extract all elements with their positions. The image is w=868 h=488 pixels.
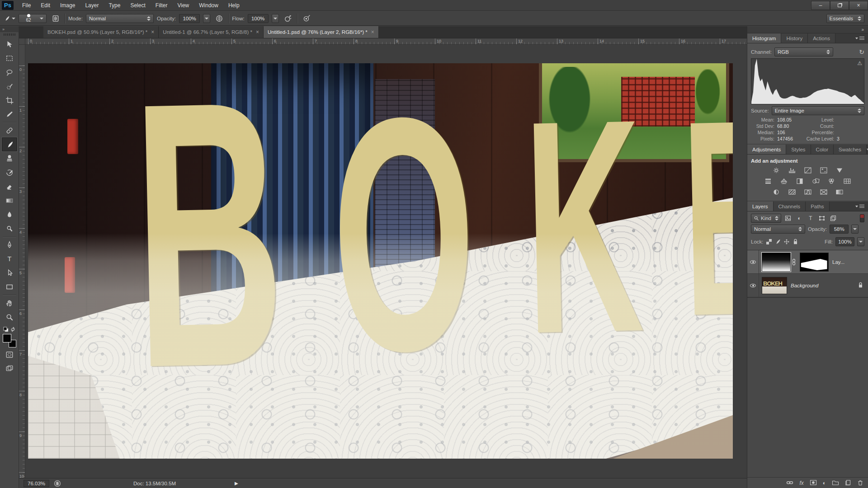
minimize-button[interactable]: – (811, 1, 830, 10)
default-swap-colors[interactable] (3, 327, 16, 332)
layer-filtering-toggle[interactable] (860, 214, 864, 222)
layer-name[interactable]: Lay... (832, 259, 844, 265)
levels-button[interactable] (786, 166, 798, 175)
tab-untitled-1[interactable]: Untitled-1 @ 66.7% (Layer 5, RGB/8) * × (159, 26, 264, 38)
layer-thumbnail[interactable]: BOKEH (762, 277, 787, 294)
tab-color[interactable]: Color (811, 145, 834, 154)
layer-blend-mode-select[interactable]: Normal (751, 225, 805, 234)
menu-layer[interactable]: Layer (80, 0, 104, 11)
eraser-tool[interactable] (2, 179, 17, 193)
airbrush-button[interactable] (282, 13, 294, 24)
close-button[interactable]: × (849, 1, 868, 10)
eyedropper-tool[interactable] (2, 107, 17, 121)
filter-adjustment-layers-button[interactable]: ◐ (795, 214, 804, 223)
menu-edit[interactable]: Edit (36, 0, 55, 11)
layer-name[interactable]: Background (791, 283, 818, 288)
layer-filter-kind-select[interactable]: Kind (751, 214, 781, 223)
new-layer-button[interactable] (845, 479, 851, 487)
canvas-image[interactable]: B O K E H (28, 63, 733, 459)
zoom-level-input[interactable]: 76.03% (24, 480, 49, 487)
blur-tool[interactable] (2, 207, 17, 221)
menu-window[interactable]: Window (194, 0, 223, 11)
pressure-size-button[interactable] (301, 13, 312, 24)
exposure-button[interactable] (818, 166, 830, 175)
tab-actions[interactable]: Actions (808, 33, 835, 43)
filter-smart-objects-button[interactable] (829, 214, 838, 223)
lock-position-button[interactable] (783, 239, 790, 245)
layer-opacity-dropdown[interactable] (851, 225, 859, 234)
menu-select[interactable]: Select (125, 0, 150, 11)
status-options-button[interactable]: ▶ (235, 481, 238, 486)
collapse-panels-button[interactable]: » (747, 26, 868, 33)
foreground-color-swatch[interactable] (3, 334, 11, 343)
blend-mode-select[interactable]: Normal (86, 14, 154, 23)
tab-adjustments[interactable]: Adjustments (747, 145, 786, 154)
toggle-brush-panel-button[interactable] (50, 13, 61, 24)
lock-transparent-pixels-button[interactable] (766, 239, 772, 244)
workspace-switcher[interactable]: Essentials (826, 14, 864, 23)
panel-grip[interactable] (4, 33, 15, 36)
layer-visibility-toggle[interactable] (747, 250, 759, 273)
spot-healing-brush-tool[interactable] (2, 123, 17, 137)
panel-menu-button[interactable] (855, 202, 868, 211)
fill-input[interactable]: 100% (835, 237, 854, 246)
color-lookup-button[interactable] (841, 177, 853, 186)
tab-bokeh-psd[interactable]: BOKEH.psd @ 50.9% (Layer 5, RGB/16*) * × (43, 26, 159, 38)
channel-select[interactable]: RGB (774, 47, 833, 56)
color-swatches[interactable] (3, 334, 16, 347)
curves-button[interactable] (802, 166, 814, 175)
selective-color-button[interactable] (834, 188, 845, 197)
tab-untitled-1-psd[interactable]: Untitled-1.psd @ 76% (Layer 2, RGB/16*) … (264, 26, 379, 38)
hand-tool[interactable] (2, 296, 17, 310)
tab-styles[interactable]: Styles (786, 145, 811, 154)
vibrance-button[interactable] (834, 166, 845, 175)
close-icon[interactable]: × (151, 29, 154, 35)
brush-preset-picker[interactable]: 62 (19, 14, 47, 23)
horizontal-type-tool[interactable]: T (2, 252, 17, 266)
tab-histogram[interactable]: Histogram (747, 33, 781, 43)
layer-row-gradient[interactable]: Lay... (747, 250, 868, 274)
layer-visibility-toggle[interactable] (747, 274, 759, 297)
delete-layer-button[interactable] (857, 479, 863, 487)
invert-button[interactable] (770, 188, 782, 197)
tab-channels[interactable]: Channels (774, 202, 806, 211)
tab-swatches[interactable]: Swatches (834, 145, 867, 154)
color-balance-button[interactable] (778, 177, 790, 186)
close-icon[interactable]: × (371, 29, 374, 35)
link-layers-button[interactable] (786, 479, 793, 487)
tab-history[interactable]: History (781, 33, 808, 43)
add-layer-mask-button[interactable] (810, 479, 817, 487)
screen-mode-button[interactable] (2, 361, 17, 375)
new-group-button[interactable] (832, 479, 839, 487)
black-white-button[interactable] (794, 177, 806, 186)
gradient-tool[interactable] (2, 193, 17, 207)
quick-selection-tool[interactable] (2, 79, 17, 93)
menu-help[interactable]: Help (223, 0, 245, 11)
dodge-tool[interactable] (2, 221, 17, 235)
fill-dropdown[interactable] (857, 237, 864, 246)
pen-tool[interactable] (2, 238, 17, 252)
menu-file[interactable]: File (17, 0, 36, 11)
rectangle-shape-tool[interactable] (2, 280, 17, 294)
clone-stamp-tool[interactable] (2, 151, 17, 165)
zoom-tool[interactable] (2, 310, 17, 324)
restore-button[interactable] (830, 1, 849, 10)
path-selection-tool[interactable] (2, 266, 17, 280)
hue-saturation-button[interactable] (762, 177, 774, 186)
close-icon[interactable]: × (256, 29, 259, 35)
tool-preset-picker[interactable] (4, 13, 15, 24)
lock-all-button[interactable] (793, 239, 798, 245)
new-adjustment-layer-button[interactable]: ◐ (823, 480, 826, 486)
menu-type[interactable]: Type (104, 0, 125, 11)
flow-dropdown-button[interactable] (272, 14, 279, 23)
lock-image-pixels-button[interactable] (774, 239, 781, 245)
crop-tool[interactable] (2, 93, 17, 107)
gradient-map-button[interactable] (818, 188, 830, 197)
opacity-dropdown-button[interactable] (203, 14, 210, 23)
history-brush-tool[interactable] (2, 165, 17, 179)
warning-icon[interactable]: ⚠ (857, 60, 862, 66)
panel-menu-button[interactable] (855, 33, 868, 43)
flow-input[interactable]: 100% (248, 14, 269, 23)
channel-mixer-button[interactable] (826, 177, 837, 186)
quick-mask-button[interactable] (2, 347, 17, 361)
